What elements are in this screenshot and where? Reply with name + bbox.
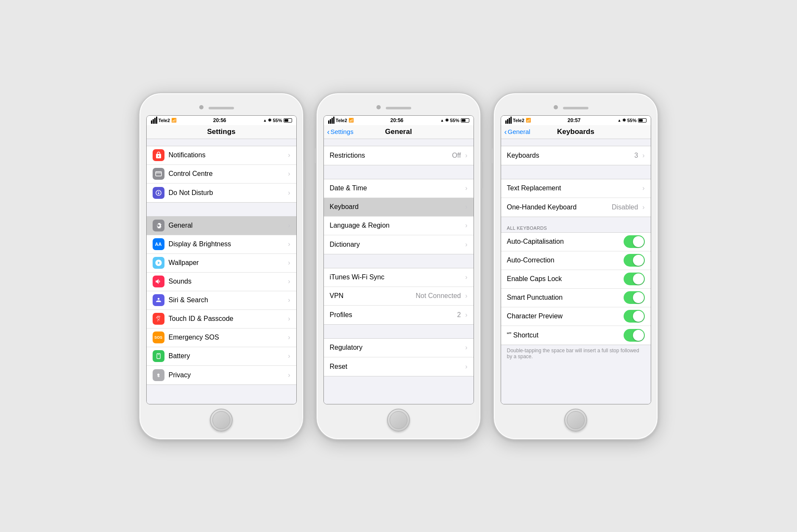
toggle-switch[interactable] [624,235,645,248]
list-row[interactable]: Auto-Capitalisation [501,233,651,251]
row-label: Language & Region [330,222,461,229]
phone-phone1: Tele2📶20:56▲✱55%SettingsNotifications›Co… [139,92,304,440]
status-left: Tele2📶 [151,117,176,124]
status-time: 20:56 [390,117,404,123]
chevron-icon: › [465,184,467,192]
toggle-switch[interactable] [624,310,645,323]
battery-percentage: 55% [627,118,636,123]
phone-top-bar [318,101,479,114]
status-time: 20:57 [568,117,581,123]
row-label: Date & Time [330,184,461,192]
chevron-icon: › [465,222,467,229]
list-row[interactable]: Control Centre› [147,165,296,184]
chevron-icon: › [465,292,467,300]
list-row[interactable]: Sounds› [147,273,296,291]
list-row[interactable]: Character Preview [501,307,651,326]
chevron-icon: › [288,259,290,267]
row-value: 3 [634,152,638,159]
speaker [209,107,234,109]
chevron-icon: › [288,240,290,248]
nav-bar: Settings [147,125,296,139]
list-row[interactable]: VPNNot Connected› [324,287,474,306]
list-row[interactable]: Notifications› [147,146,296,165]
phone-top-bar [496,101,656,114]
row-label: Regulatory [330,344,461,351]
chevron-icon: › [288,170,290,178]
front-camera [554,105,558,109]
chevron-icon: › [465,273,467,281]
chevron-icon: › [465,363,467,370]
home-button[interactable] [564,409,587,432]
row-value: Disabled [612,203,638,211]
row-icon: SOS [153,331,164,343]
list-row[interactable]: Language & Region› [324,217,474,235]
home-button[interactable] [210,409,233,432]
section-group: Regulatory›Reset› [324,338,474,376]
chevron-icon: › [288,334,290,341]
back-button[interactable]: ‹Settings [327,128,354,136]
list-row[interactable]: iTunes Wi-Fi Sync› [324,268,474,287]
bluetooth-icon: ✱ [445,118,449,123]
list-row[interactable]: AADisplay & Brightness› [147,235,296,254]
screen: Tele2📶20:56▲✱55%SettingsNotifications›Co… [146,115,297,404]
back-button[interactable]: ‹General [504,128,530,136]
list-row[interactable]: RestrictionsOff› [324,146,474,165]
list-row[interactable]: Do Not Disturb› [147,184,296,202]
row-label: Battery [169,352,284,360]
toggle-switch[interactable] [624,329,645,342]
section-group: Text Replacement›One-Handed KeyboardDisa… [501,179,651,217]
list-row[interactable]: Text Replacement› [501,179,651,198]
toggle-switch[interactable] [624,273,645,285]
list-row[interactable]: Regulatory› [324,339,474,357]
list-row[interactable]: Enable Caps Lock [501,270,651,289]
status-bar: Tele2📶20:56▲✱55% [147,116,296,125]
list-row[interactable]: Dictionary› [324,235,474,254]
page-title: General [385,128,412,136]
front-camera [376,105,381,109]
list-row[interactable]: Battery› [147,347,296,366]
chevron-icon: › [288,278,290,285]
row-label: “” Shortcut [507,331,619,339]
row-icon [153,276,164,287]
list-row[interactable]: One-Handed KeyboardDisabled› [501,198,651,217]
row-label: Keyboards [507,152,630,159]
list-row[interactable]: Keyboards3› [501,146,651,165]
row-label: Sounds [169,278,284,285]
chevron-icon: › [288,315,290,323]
page-title: Settings [207,128,235,136]
signal-bars [151,117,157,124]
front-camera [199,105,203,109]
status-right: ▲✱55% [263,118,292,123]
list-row[interactable]: General› [147,217,296,235]
row-label: Auto-Correction [507,256,619,264]
status-time: 20:56 [213,117,226,123]
toggle-switch[interactable] [624,254,645,267]
chevron-icon: › [288,352,290,360]
home-button[interactable] [387,409,410,432]
list-row[interactable]: Privacy› [147,366,296,384]
list-row[interactable]: Reset› [324,357,474,376]
list-row[interactable]: Profiles2› [324,306,474,324]
chevron-icon: › [465,203,467,211]
list-row[interactable]: Keyboard› [324,198,474,217]
speaker [386,107,411,109]
section-group: Date & Time›Keyboard›Language & Region›D… [324,179,474,254]
list-row[interactable]: Date & Time› [324,179,474,198]
signal-bars [328,117,334,124]
row-label: Siri & Search [169,296,284,304]
list-row[interactable]: Wallpaper› [147,254,296,273]
section-group: Keyboards3› [501,146,651,165]
row-label: Notifications [169,151,284,159]
list-row[interactable]: Touch ID & Passcode› [147,310,296,329]
list-row[interactable]: Siri & Search› [147,291,296,310]
list-row[interactable]: “” Shortcut [501,326,651,345]
svg-point-2 [157,298,159,300]
chevron-icon: › [642,152,644,159]
list-row[interactable]: Smart Punctuation [501,289,651,307]
chevron-icon: › [288,296,290,304]
list-row[interactable]: SOSEmergency SOS› [147,329,296,347]
toggle-switch[interactable] [624,291,645,304]
list-row[interactable]: Auto-Correction [501,251,651,270]
row-label: Restrictions [330,152,448,159]
content: Notifications›Control Centre›Do Not Dist… [147,139,296,404]
